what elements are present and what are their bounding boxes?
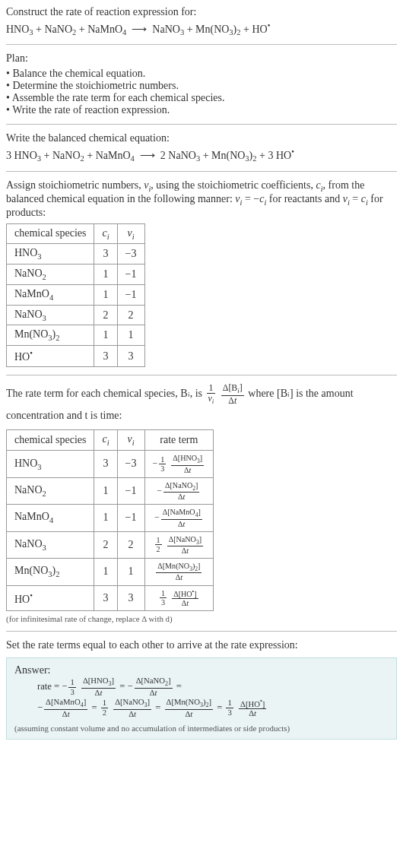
frac-den: νi: [207, 394, 216, 406]
plan-item: Determine the stoichiometric numbers.: [6, 80, 397, 92]
plan-item: Write the rate of reaction expression.: [6, 104, 397, 116]
col-c: ci: [94, 223, 117, 244]
cell-nu: 2: [117, 305, 144, 325]
frac-den: Δt: [221, 396, 244, 406]
answer-box: Answer: rate = −13 Δ[HNO3]Δt = −Δ[NaNO2]…: [6, 657, 397, 739]
unbalanced-equation: HNO3 + NaNO2 + NaMnO4 ⟶ NaNO3 + Mn(NO3)2…: [6, 21, 397, 36]
rate-expression: rate = −13 Δ[HNO3]Δt = −Δ[NaNO2]Δt = −Δ[…: [37, 676, 389, 718]
cell-species: NaMnO4: [7, 284, 94, 305]
cell-nu: −1: [117, 477, 144, 504]
cell-c: 3: [94, 346, 117, 367]
answer-note: (assuming constant volume and no accumul…: [14, 724, 389, 733]
set-equal-text: Set the rate terms equal to each other t…: [6, 639, 397, 651]
cell-c: 1: [94, 265, 117, 285]
frac-num: Δ[Bi]: [221, 383, 244, 396]
table-row: NaNO3 2 2 12 Δ[NaNO3]Δt: [7, 531, 214, 558]
stoich-intro: Assign stoichiometric numbers, νi, using…: [6, 179, 397, 219]
cell-nu: 1: [117, 325, 144, 346]
cell-species: NaNO3: [7, 531, 94, 558]
cell-species: HNO3: [7, 451, 94, 477]
plan-title: Plan:: [6, 52, 397, 65]
cell-nu: 3: [117, 585, 144, 611]
cell-rate-term: −Δ[NaMnO4]Δt: [144, 505, 214, 531]
cell-nu: 1: [117, 559, 144, 585]
cell-rate-term: Δ[Mn(NO3)2]Δt: [144, 559, 214, 585]
rate-intro: The rate term for each chemical species,…: [6, 383, 397, 425]
cell-species: HNO3: [7, 244, 94, 265]
table-row: HNO3 3 −3 −13 Δ[HNO3]Δt: [7, 451, 214, 477]
table-row: NaMnO4 1 −1: [7, 284, 145, 305]
cell-species: NaNO2: [7, 477, 94, 504]
cell-nu: −1: [117, 505, 144, 531]
frac-num: 1: [207, 383, 216, 394]
cell-c: 1: [94, 477, 117, 504]
table-row: NaMnO4 1 −1 −Δ[NaMnO4]Δt: [7, 505, 214, 531]
cell-c: 1: [94, 559, 117, 585]
answer-label: Answer:: [14, 664, 389, 676]
cell-nu: −1: [117, 265, 144, 285]
table-row: NaNO2 1 −1: [7, 265, 145, 285]
col-nu: νi: [117, 223, 144, 244]
divider: [6, 171, 397, 172]
cell-nu: −1: [117, 284, 144, 305]
cell-c: 1: [94, 325, 117, 346]
cell-nu: −3: [117, 244, 144, 265]
cell-species: NaNO2: [7, 265, 94, 285]
table-row: HNO3 3 −3: [7, 244, 145, 265]
frac-one-over-nu: 1 νi: [207, 383, 216, 406]
cell-rate-term: 12 Δ[NaNO3]Δt: [144, 531, 214, 558]
col-c: ci: [94, 430, 117, 451]
table-header-row: chemical species ci νi: [7, 223, 145, 244]
col-nu: νi: [117, 430, 144, 451]
infinitesimal-note: (for infinitesimal rate of change, repla…: [6, 614, 397, 623]
table-row: HO• 3 3 13 Δ[HO•]Δt: [7, 585, 214, 611]
cell-nu: −3: [117, 451, 144, 477]
divider: [6, 44, 397, 45]
stoich-table: chemical species ci νi HNO3 3 −3 NaNO2 1…: [6, 223, 145, 367]
cell-species: Mn(NO3)2: [7, 325, 94, 346]
rate-table: chemical species ci νi rate term HNO3 3 …: [6, 429, 214, 611]
divider: [6, 375, 397, 375]
cell-species: NaMnO4: [7, 505, 94, 531]
cell-species: HO•: [7, 585, 94, 611]
cell-nu: 2: [117, 531, 144, 558]
cell-rate-term: 13 Δ[HO•]Δt: [144, 585, 214, 611]
prompt-title: Construct the rate of reaction expressio…: [6, 6, 397, 18]
col-species: chemical species: [7, 430, 94, 451]
divider: [6, 124, 397, 125]
cell-species: Mn(NO3)2: [7, 559, 94, 585]
balanced-title: Write the balanced chemical equation:: [6, 132, 397, 144]
col-term: rate term: [144, 430, 214, 451]
cell-species: HO•: [7, 346, 94, 367]
cell-rate-term: −13 Δ[HNO3]Δt: [144, 451, 214, 477]
cell-rate-term: −Δ[NaNO2]Δt: [144, 477, 214, 504]
plan-item: Balance the chemical equation.: [6, 68, 397, 80]
table-row: Mn(NO3)2 1 1 Δ[Mn(NO3)2]Δt: [7, 559, 214, 585]
cell-c: 3: [94, 451, 117, 477]
table-row: Mn(NO3)2 1 1: [7, 325, 145, 346]
frac-dbi-dt: Δ[Bi] Δt: [221, 383, 244, 406]
cell-c: 3: [94, 244, 117, 265]
cell-species: NaNO3: [7, 305, 94, 325]
rate-intro-text-a: The rate term for each chemical species,…: [6, 388, 205, 399]
cell-c: 2: [94, 305, 117, 325]
table-row: HO• 3 3: [7, 346, 145, 367]
col-species: chemical species: [7, 223, 94, 244]
plan-item: Assemble the rate term for each chemical…: [6, 92, 397, 104]
cell-c: 3: [94, 585, 117, 611]
cell-c: 1: [94, 284, 117, 305]
divider: [6, 631, 397, 632]
table-header-row: chemical species ci νi rate term: [7, 430, 214, 451]
table-row: NaNO3 2 2: [7, 305, 145, 325]
balanced-equation: 3 HNO3 + NaNO2 + NaMnO4 ⟶ 2 NaNO3 + Mn(N…: [6, 147, 397, 163]
plan-list: Balance the chemical equation. Determine…: [6, 68, 397, 116]
cell-c: 1: [94, 505, 117, 531]
cell-c: 2: [94, 531, 117, 558]
table-row: NaNO2 1 −1 −Δ[NaNO2]Δt: [7, 477, 214, 504]
cell-nu: 3: [117, 346, 144, 367]
